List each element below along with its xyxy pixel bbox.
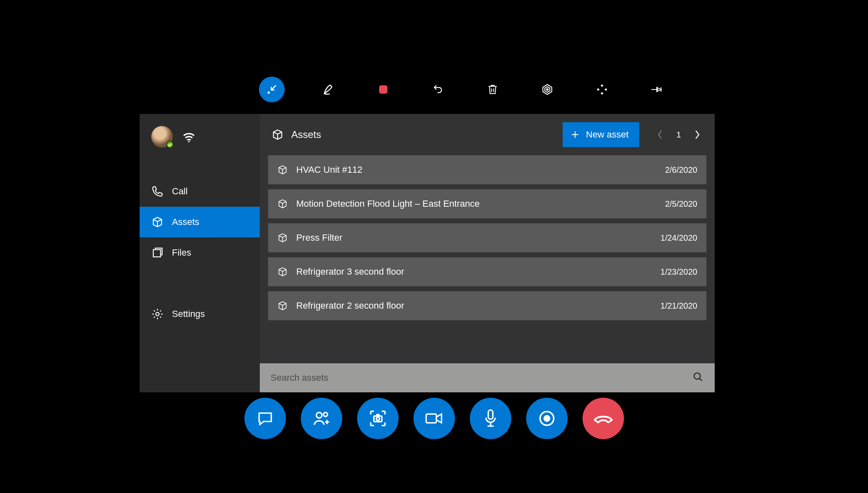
ink-tool[interactable] bbox=[318, 79, 339, 100]
main-header: Assets New asset 1 bbox=[260, 114, 715, 155]
package-icon bbox=[277, 300, 288, 311]
pin-tool[interactable] bbox=[646, 79, 667, 100]
video-button[interactable] bbox=[413, 398, 455, 439]
asset-name: HVAC Unit #112 bbox=[296, 164, 657, 175]
svg-point-8 bbox=[694, 373, 700, 379]
sidebar: Call Assets Files bbox=[140, 114, 260, 392]
sidebar-item-assets[interactable]: Assets bbox=[140, 207, 260, 237]
pager-number: 1 bbox=[674, 130, 683, 140]
camera-frame-icon bbox=[368, 409, 387, 428]
new-asset-button[interactable]: New asset bbox=[563, 122, 639, 147]
asset-list: HVAC Unit #112 2/6/2020 Motion Detection… bbox=[260, 155, 715, 320]
page-title: Assets bbox=[291, 129, 321, 140]
asset-row[interactable]: Motion Detection Flood Light – East Entr… bbox=[268, 189, 706, 218]
svg-point-0 bbox=[268, 92, 270, 94]
svg-point-4 bbox=[546, 89, 548, 90]
asset-name: Refrigerator 3 second floor bbox=[296, 266, 652, 277]
asset-date: 1/21/2020 bbox=[660, 301, 697, 311]
svg-point-10 bbox=[323, 413, 327, 417]
assets-panel: Call Assets Files bbox=[140, 114, 715, 392]
svg-point-9 bbox=[316, 413, 322, 418]
move-tool[interactable] bbox=[591, 79, 613, 100]
search-input[interactable] bbox=[271, 372, 686, 383]
svg-point-12 bbox=[376, 417, 380, 420]
wifi-icon bbox=[182, 131, 196, 143]
svg-point-5 bbox=[188, 141, 190, 143]
asset-row[interactable]: Refrigerator 2 second floor 1/21/2020 bbox=[268, 291, 706, 320]
search-icon[interactable] bbox=[692, 371, 704, 384]
asset-row[interactable]: Press Filter 1/24/2020 bbox=[268, 223, 706, 252]
pen-icon bbox=[322, 83, 335, 96]
svg-rect-6 bbox=[153, 250, 161, 257]
package-icon bbox=[271, 128, 284, 141]
package-icon bbox=[277, 232, 288, 243]
sidebar-item-label: Call bbox=[172, 186, 188, 197]
search-bar bbox=[260, 363, 715, 392]
annotation-toolbar bbox=[259, 77, 667, 102]
people-button[interactable] bbox=[301, 398, 342, 439]
people-add-icon bbox=[312, 409, 331, 428]
plus-icon bbox=[570, 130, 580, 140]
package-icon bbox=[151, 216, 164, 228]
sidebar-item-settings[interactable]: Settings bbox=[140, 299, 260, 329]
svg-point-16 bbox=[543, 415, 550, 422]
delete-tool[interactable] bbox=[482, 79, 503, 100]
svg-rect-14 bbox=[488, 410, 493, 419]
sidebar-item-label: Assets bbox=[172, 217, 199, 227]
package-icon bbox=[277, 266, 288, 277]
video-icon bbox=[425, 410, 444, 427]
asset-name: Motion Detection Flood Light – East Entr… bbox=[296, 198, 657, 209]
nav: Call Assets Files bbox=[140, 160, 260, 329]
presence-available-icon bbox=[166, 141, 174, 148]
stop-tool[interactable] bbox=[372, 79, 394, 100]
hangup-icon bbox=[592, 412, 614, 425]
sidebar-header bbox=[140, 114, 260, 160]
undo-icon bbox=[432, 83, 444, 96]
files-icon bbox=[151, 247, 164, 259]
chevron-right-icon bbox=[694, 130, 701, 140]
mic-icon bbox=[482, 408, 499, 428]
asset-date: 2/6/2020 bbox=[665, 165, 697, 175]
avatar[interactable] bbox=[151, 126, 173, 147]
pin-icon bbox=[650, 84, 664, 95]
record-icon bbox=[538, 409, 556, 428]
stop-icon bbox=[377, 83, 389, 96]
hangup-button[interactable] bbox=[583, 398, 624, 439]
target-icon bbox=[541, 83, 554, 96]
undo-tool[interactable] bbox=[427, 79, 449, 100]
asset-row[interactable]: HVAC Unit #112 2/6/2020 bbox=[268, 155, 706, 184]
asset-name: Refrigerator 2 second floor bbox=[296, 300, 652, 311]
asset-date: 1/24/2020 bbox=[660, 233, 697, 243]
pager-next[interactable] bbox=[691, 129, 703, 140]
pager-prev[interactable] bbox=[654, 129, 666, 140]
pager: 1 bbox=[654, 129, 703, 140]
chevron-left-icon bbox=[657, 130, 663, 140]
svg-point-7 bbox=[156, 312, 159, 316]
phone-icon bbox=[151, 185, 164, 198]
mic-button[interactable] bbox=[470, 398, 511, 439]
chat-icon bbox=[256, 409, 274, 428]
arrow-in-icon bbox=[266, 83, 278, 96]
gear-icon bbox=[151, 308, 164, 320]
target-tool[interactable] bbox=[537, 79, 558, 100]
package-icon bbox=[277, 198, 288, 209]
package-icon bbox=[277, 164, 288, 175]
asset-date: 2/5/2020 bbox=[665, 199, 697, 209]
sidebar-item-label: Files bbox=[172, 247, 191, 258]
call-controls bbox=[0, 398, 868, 439]
sidebar-item-files[interactable]: Files bbox=[140, 237, 260, 268]
chat-button[interactable] bbox=[244, 398, 286, 439]
sidebar-item-call[interactable]: Call bbox=[140, 176, 260, 207]
asset-name: Press Filter bbox=[296, 232, 652, 243]
snapshot-button[interactable] bbox=[357, 398, 399, 439]
asset-date: 1/23/2020 bbox=[660, 267, 697, 277]
new-asset-label: New asset bbox=[586, 129, 629, 140]
svg-rect-1 bbox=[379, 85, 387, 94]
minimize-tool[interactable] bbox=[259, 77, 285, 102]
sidebar-item-label: Settings bbox=[172, 309, 205, 319]
main-content: Assets New asset 1 bbox=[260, 114, 715, 392]
move-icon bbox=[596, 83, 608, 96]
asset-row[interactable]: Refrigerator 3 second floor 1/23/2020 bbox=[268, 257, 706, 286]
record-button[interactable] bbox=[526, 398, 568, 439]
svg-rect-13 bbox=[426, 414, 436, 423]
